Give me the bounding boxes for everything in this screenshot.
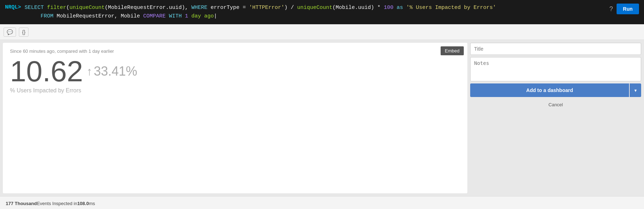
query-bar: NRQL> SELECT filter(uniqueCount(MobileRe… bbox=[0, 0, 644, 24]
metric-change-value: 33.41% bbox=[94, 65, 137, 78]
add-dashboard-dropdown-button[interactable]: ▾ bbox=[630, 83, 641, 97]
metric-change: ↑ 33.41% bbox=[87, 65, 137, 78]
title-input[interactable] bbox=[470, 43, 641, 55]
time-value: 108.0 bbox=[77, 201, 89, 206]
comment-icon: 💬 bbox=[7, 29, 13, 35]
time-unit: ms bbox=[89, 201, 95, 206]
events-label: Events Inspected in bbox=[37, 201, 77, 206]
add-dashboard-row: Add to a dashboard ▾ bbox=[470, 83, 641, 97]
metric-number: 10.62 bbox=[10, 57, 83, 86]
right-panel: Add to a dashboard ▾ Cancel bbox=[470, 43, 641, 193]
events-count: 177 Thousand bbox=[6, 201, 37, 206]
run-button[interactable]: Run bbox=[617, 4, 639, 14]
metric-label: % Users Impacted by Errors bbox=[10, 87, 460, 94]
add-to-dashboard-button[interactable]: Add to a dashboard bbox=[470, 83, 629, 97]
chart-panel: Embed Since 60 minutes ago, compared wit… bbox=[3, 43, 467, 193]
comment-button[interactable]: 💬 bbox=[4, 27, 16, 37]
toolbar-row: 💬 {} bbox=[0, 24, 644, 40]
since-text: Since 60 minutes ago, compared with 1 da… bbox=[10, 49, 460, 54]
embed-button[interactable]: Embed bbox=[441, 46, 464, 55]
code-button[interactable]: {} bbox=[19, 27, 28, 37]
query-line1: SELECT filter(uniqueCount(MobileRequestE… bbox=[25, 5, 496, 11]
query-bar-right: ? Run bbox=[609, 4, 639, 14]
notes-textarea[interactable] bbox=[470, 57, 641, 81]
code-icon: {} bbox=[22, 29, 25, 35]
status-bar: 177 Thousand Events Inspected in 108.0 m… bbox=[0, 196, 644, 209]
cancel-button[interactable]: Cancel bbox=[470, 99, 641, 110]
query-line2: FROM MobileRequestError, Mobile COMPARE … bbox=[25, 13, 217, 19]
nrql-prompt: NRQL> bbox=[5, 4, 21, 10]
dropdown-arrow-icon: ▾ bbox=[634, 88, 637, 93]
main-content: Embed Since 60 minutes ago, compared wit… bbox=[0, 40, 644, 196]
help-icon[interactable]: ? bbox=[609, 5, 613, 13]
metric-value-row: 10.62 ↑ 33.41% bbox=[10, 57, 460, 86]
arrow-up-icon: ↑ bbox=[87, 66, 92, 77]
